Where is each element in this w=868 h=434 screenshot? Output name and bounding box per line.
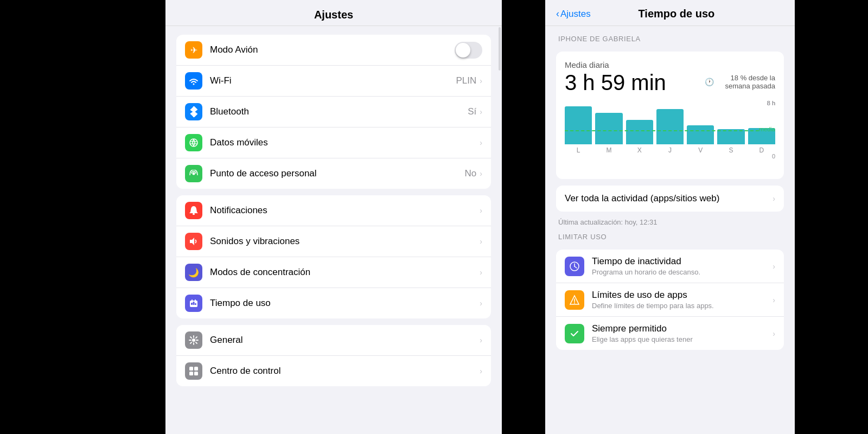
svg-line-22 — [575, 266, 577, 268]
sonidos-label: Sonidos y vibraciones — [210, 236, 480, 247]
limites-apps-title: Límites de uso de apps — [592, 290, 773, 301]
scroll-indicator — [499, 27, 501, 71]
back-button[interactable]: ‹ Ajustes — [556, 8, 591, 20]
chart-day-label-M: M — [606, 146, 611, 154]
svg-rect-16 — [189, 367, 193, 371]
settings-row-wifi[interactable]: Wi-FiPLIN› — [176, 66, 491, 97]
chart-avg-label: media — [759, 126, 775, 132]
svg-point-15 — [192, 339, 195, 342]
chart-day-label-D: D — [759, 146, 764, 154]
centro-control-chevron: › — [480, 367, 482, 375]
settings-row-bluetooth[interactable]: BluetoothSí› — [176, 97, 491, 127]
chart-container: 8 h LMXJVSD 0 8 hmedia — [565, 100, 775, 170]
activity-link-row[interactable]: Ver toda la actividad (apps/sitios web) … — [556, 186, 784, 212]
tiempo-uso-chevron: › — [480, 299, 482, 308]
limit-row-limites-apps[interactable]: Límites de uso de appsDefine límites de … — [556, 283, 784, 317]
svg-rect-17 — [194, 367, 198, 371]
settings-row-datos[interactable]: Datos móviles› — [176, 127, 491, 158]
punto-value: No — [465, 168, 477, 179]
back-label[interactable]: Ajustes — [560, 9, 591, 20]
siempre-permitido-chevron: › — [773, 329, 775, 338]
chart-day-label-S: S — [729, 146, 733, 154]
limit-row-siempre-permitido[interactable]: Siempre permitidoElige las apps que quie… — [556, 317, 784, 350]
chart-bar-col-J: J — [656, 100, 684, 154]
punto-label: Punto de acceso personal — [210, 168, 465, 179]
chart-bar-M — [595, 113, 622, 144]
wifi-value: PLIN — [456, 75, 477, 86]
chevron-right-icon: › — [773, 194, 775, 203]
svg-rect-7 — [193, 213, 195, 215]
bluetooth-label: Bluetooth — [210, 106, 468, 117]
bluetooth-chevron: › — [480, 107, 482, 116]
wifi-icon — [185, 72, 202, 90]
device-section-label: IPHONE DE GABRIELA — [556, 35, 784, 43]
svg-rect-18 — [189, 372, 193, 375]
chart-day-label-V: V — [698, 146, 703, 154]
right-header: ‹ Ajustes Tiempo de uso — [545, 0, 795, 26]
change-text: 18 % desde la semana pasada — [716, 74, 775, 90]
concentracion-icon: 🌙 — [185, 264, 202, 281]
activity-label[interactable]: Ver toda la actividad (apps/sitios web) — [565, 193, 773, 204]
general-icon — [185, 331, 202, 349]
chart-day-label-J: J — [668, 146, 672, 154]
limit-row-inactividad[interactable]: Tiempo de inactividadPrograma un horario… — [556, 250, 784, 283]
chart-bar-J — [656, 109, 684, 144]
settings-row-tiempo-uso[interactable]: Tiempo de uso› — [176, 288, 491, 318]
limit-group: Tiempo de inactividadPrograma un horario… — [556, 250, 784, 350]
siempre-permitido-subtitle: Elige las apps que quieras tener — [592, 335, 773, 343]
settings-row-sonidos[interactable]: Sonidos y vibraciones› — [176, 226, 491, 257]
concentracion-chevron: › — [480, 268, 482, 277]
limites-apps-chevron: › — [773, 296, 775, 304]
last-update: Última actualización: hoy, 12:31 — [556, 218, 784, 226]
chart-y-top: 8 h — [767, 100, 775, 106]
wifi-chevron: › — [480, 76, 482, 85]
limites-apps-subtitle: Define límites de tiempo para las apps. — [592, 302, 773, 310]
limit-section-label: LIMITAR USO — [556, 233, 784, 241]
centro-control-label: Centro de control — [210, 366, 480, 376]
right-title: Tiempo de uso — [596, 8, 757, 20]
bluetooth-value: Sí — [468, 106, 476, 117]
tiempo-uso-label: Tiempo de uso — [210, 298, 480, 309]
left-header: Ajustes — [165, 0, 502, 26]
svg-rect-14 — [195, 303, 196, 305]
chart-bar-L — [565, 106, 592, 144]
settings-row-notificaciones[interactable]: Notificaciones› — [176, 195, 491, 226]
svg-rect-11 — [195, 299, 196, 301]
settings-row-centro-control[interactable]: Centro de control› — [176, 356, 491, 386]
left-title: Ajustes — [314, 9, 353, 21]
svg-rect-13 — [193, 302, 195, 305]
right-panel: ‹ Ajustes Tiempo de uso IPHONE DE GABRIE… — [545, 0, 795, 434]
inactividad-text: Tiempo de inactividadPrograma un horario… — [592, 256, 773, 276]
svg-rect-12 — [191, 303, 193, 305]
siempre-permitido-title: Siempre permitido — [592, 323, 773, 334]
settings-row-concentracion[interactable]: 🌙Modos de concentración› — [176, 257, 491, 288]
right-content: IPHONE DE GABRIELA Media diaria 3 h 59 m… — [545, 26, 795, 434]
chart-y-bottom: 0 — [772, 153, 775, 159]
inactividad-subtitle: Programa un horario de descanso. — [592, 268, 773, 276]
svg-rect-10 — [192, 299, 193, 301]
daily-avg-card: Media diaria 3 h 59 min 🕐 18 % desde la … — [556, 52, 784, 179]
settings-row-general[interactable]: General› — [176, 325, 491, 356]
general-chevron: › — [480, 336, 482, 344]
chart-bar-V — [687, 125, 714, 144]
siempre-permitido-text: Siempre permitidoElige las apps que quie… — [592, 323, 773, 343]
inactividad-chevron: › — [773, 262, 775, 271]
settings-group-connectivity: ✈Modo AviónWi-FiPLIN›BluetoothSí›Datos m… — [176, 35, 491, 189]
notificaciones-label: Notificaciones — [210, 205, 480, 216]
chart-bar-S — [717, 129, 744, 144]
settings-group-notifications: Notificaciones›Sonidos y vibraciones›🌙Mo… — [176, 195, 491, 318]
chart-bar-col-S: S — [717, 100, 744, 154]
siempre-permitido-icon — [565, 324, 584, 343]
chart-avg-line — [565, 130, 759, 131]
settings-row-punto[interactable]: Punto de acceso personalNo› — [176, 158, 491, 189]
bluetooth-icon — [185, 103, 202, 120]
svg-point-6 — [193, 173, 195, 175]
modo-avion-toggle[interactable] — [455, 42, 482, 59]
tiempo-uso-icon — [185, 295, 202, 312]
concentracion-label: Modos de concentración — [210, 267, 480, 278]
modo-avion-icon: ✈ — [185, 41, 202, 59]
centro-control-icon — [185, 362, 202, 380]
sonidos-chevron: › — [480, 237, 482, 246]
settings-row-modo-avion[interactable]: ✈Modo Avión — [176, 35, 491, 66]
datos-chevron: › — [480, 138, 482, 147]
